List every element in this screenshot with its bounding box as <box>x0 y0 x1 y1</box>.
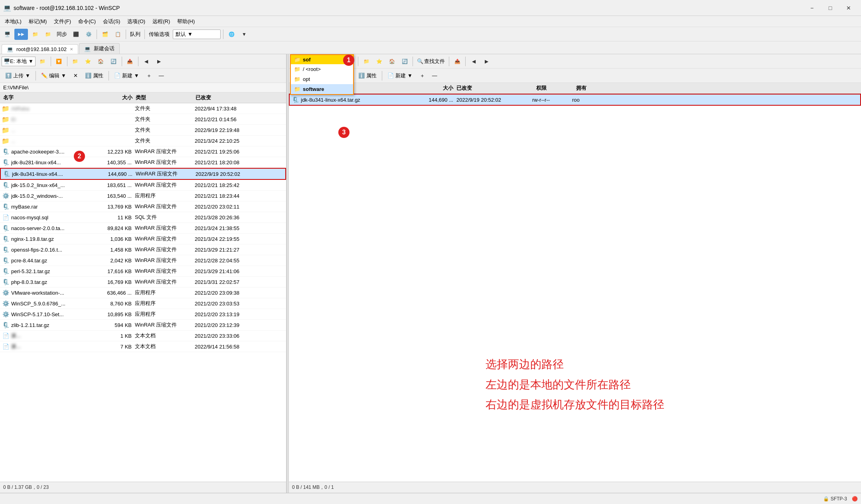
menu-help[interactable]: 帮助(H) <box>174 17 198 26</box>
transfer-label[interactable]: 传输选项 <box>147 30 171 39</box>
right-plus-btn[interactable]: ＋ <box>417 71 428 81</box>
table-row[interactable]: ⚙️ jdk-15.0.2_windows-... 163,540 ... 应用… <box>0 191 286 201</box>
left-edit-btn[interactable]: ✏️ 编辑 ▼ <box>38 71 69 81</box>
close-button[interactable]: ✕ <box>839 2 858 14</box>
table-row[interactable]: 📁 AliRaba 文件夹 2022/9/4 17:33:48 <box>0 103 286 114</box>
left-folder-btn[interactable]: 📁 <box>37 56 48 67</box>
table-row[interactable]: 🗜️ zlib-1.2.11.tar.gz 594 KB WinRAR 压缩文件… <box>0 320 286 331</box>
table-row[interactable]: ⚙️ WinSCP-5.17.10-Set... 10,895 KB 应用程序 … <box>0 309 286 320</box>
table-row[interactable]: 📄 派... 1 KB 文本文档 2021/2/20 23:33:06 <box>0 331 286 341</box>
table-row[interactable]: 🗜️ jdk-8u281-linux-x64... 140,355 ... Wi… <box>0 157 286 168</box>
toolbar-globe[interactable]: 🌐 <box>226 29 237 40</box>
left-bookmark[interactable]: ⭐ <box>83 56 94 67</box>
toolbar-btn-8[interactable]: 📋 <box>112 29 123 40</box>
left-refresh[interactable]: 🔄 <box>108 56 119 67</box>
toolbar-btn-3[interactable]: 📁 <box>30 29 41 40</box>
right-action-bar: 目录 ✏️ 编辑 ▼ ✕ ℹ️ 属性 📄 新建 ▼ ＋ <box>289 69 861 83</box>
left-minus-btn[interactable]: — <box>156 71 167 80</box>
left-plus-btn[interactable]: ＋ <box>144 71 154 81</box>
left-col-date[interactable]: 已改变 <box>196 94 286 101</box>
right-home[interactable]: 🏠 <box>386 56 397 67</box>
toolbar-btn-4[interactable]: 📁 <box>42 29 53 40</box>
right-properties-btn[interactable]: ℹ️ 属性 <box>355 71 379 81</box>
table-row[interactable]: 🗜️ apache-zookeeper-3.... 12,223 KB WinR… <box>0 146 286 157</box>
item-label-active: software <box>303 86 324 92</box>
file-name: jdk-8u341-linux-x64.... <box>12 171 92 177</box>
left-properties-btn[interactable]: ℹ️ 属性 <box>82 71 106 81</box>
left-home[interactable]: 🏠 <box>95 56 107 67</box>
tab-new-session[interactable]: 💻 新建会话 <box>79 43 120 54</box>
table-row[interactable]: 🗜️ jdk-8u341-linux-x64.... 144,690 ... W… <box>0 168 286 180</box>
left-delete-btn[interactable]: ✕ <box>71 71 81 80</box>
menu-remote[interactable]: 远程(R) <box>149 17 173 26</box>
menu-options[interactable]: 选项(O) <box>124 17 148 26</box>
file-name: nacos-server-2.0.0.ta... <box>11 225 91 231</box>
table-row[interactable]: 🗜️ jdk-8u341-linux-x64.tar.gz 144,690 ..… <box>289 94 861 106</box>
toolbar-btn-5[interactable]: ⬛ <box>70 29 81 40</box>
left-col-type[interactable]: 类型 <box>136 94 196 101</box>
table-row[interactable]: 🗜️ jdk-15.0.2_linux-x64_... 183,651 ... … <box>0 180 286 191</box>
menu-mark[interactable]: 标记(M) <box>26 17 50 26</box>
toolbar-btn-6[interactable]: ⚙️ <box>83 29 94 40</box>
right-share[interactable]: 📤 <box>452 56 463 67</box>
toolbar-btn-2[interactable]: ▶▶ <box>14 29 28 40</box>
table-row[interactable]: 📁 El 文件夹 2021/2/21 0:14:56 <box>0 114 286 125</box>
file-size: 12,223 KB <box>91 149 135 155</box>
left-share[interactable]: 📤 <box>124 56 136 67</box>
left-drive-dropdown[interactable]: 🖥️ E: 本地 ▼ <box>2 57 36 66</box>
dropdown-item-root[interactable]: 📁 / <root> <box>291 64 353 74</box>
left-filter-btn[interactable]: 🔽 <box>53 56 65 67</box>
right-col-size[interactable]: 大小 <box>409 85 456 92</box>
right-act-sep-2 <box>382 71 382 81</box>
left-col-size[interactable]: 大小 <box>88 94 136 101</box>
file-size: 2,042 KB <box>91 258 135 264</box>
table-row[interactable]: 📁 ... 文件夹 2021/3/24 22:10:25 <box>0 136 286 146</box>
right-new-btn[interactable]: 📄 新建 ▼ <box>385 71 415 81</box>
table-row[interactable]: ⚙️ WinSCP_5.9.0.6786_... 8,760 KB 应用程序 2… <box>0 298 286 309</box>
toolbar-globe-dropdown[interactable]: ▼ <box>239 29 250 40</box>
table-row[interactable]: 🗜️ php-8.0.3.tar.gz 16,769 KB WinRAR 压缩文… <box>0 277 286 287</box>
table-row[interactable]: 📄 派... 7 KB 文本文档 2022/9/14 21:56:58 <box>0 341 286 352</box>
table-row[interactable]: 📄 nacos-mysql.sql 11 KB SQL 文件 2021/3/28… <box>0 212 286 223</box>
menu-command[interactable]: 命令(C) <box>75 17 99 26</box>
maximize-button[interactable]: □ <box>821 2 839 14</box>
right-search[interactable]: 🔍 查找文件 <box>415 58 446 65</box>
right-col-owner[interactable]: 拥有 <box>576 85 861 92</box>
table-row[interactable]: 🗜️ openssl-fips-2.0.16.t... 1,458 KB Win… <box>0 244 286 255</box>
table-row[interactable]: 🗜️ nginx-1.19.8.tar.gz 1,036 KB WinRAR 压… <box>0 234 286 244</box>
right-col-perm[interactable]: 权限 <box>536 85 576 92</box>
right-col-date[interactable]: 已改变 <box>456 85 536 92</box>
tab-close-1[interactable]: ✕ <box>70 47 73 51</box>
left-new-folder[interactable]: 📁 <box>70 56 81 67</box>
table-row[interactable]: 🗜️ pcre-8.44.tar.gz 2,042 KB WinRAR 压缩文件… <box>0 255 286 266</box>
menu-local[interactable]: 本地(L) <box>2 17 25 26</box>
dropdown-item-opt[interactable]: 📁 opt <box>291 74 353 84</box>
left-file-list: 📁 AliRaba 文件夹 2022/9/4 17:33:48 📁 El 文件夹… <box>0 103 286 482</box>
menu-file[interactable]: 文件(F) <box>51 17 74 26</box>
right-minus-btn[interactable]: — <box>429 71 440 80</box>
right-back[interactable]: ◀ <box>468 56 479 67</box>
table-row[interactable]: 🗜️ perl-5.32.1.tar.gz 17,616 KB WinRAR 压… <box>0 266 286 277</box>
right-refresh[interactable]: 🔄 <box>399 56 410 67</box>
left-col-name[interactable]: 名字 <box>0 94 88 101</box>
right-forward[interactable]: ▶ <box>481 56 492 67</box>
table-row[interactable]: 📁 ... 文件夹 2022/9/19 22:19:48 <box>0 125 286 136</box>
tab-session-1[interactable]: 💻 root@192.168.10.102 ✕ <box>2 44 78 54</box>
table-row[interactable]: 🗜️ myBase.rar 13,769 KB WinRAR 压缩文件 2021… <box>0 201 286 212</box>
right-new-folder[interactable]: 📁 <box>361 56 372 67</box>
table-row[interactable]: ⚙️ VMware-workstation-... 636,466 ... 应用… <box>0 287 286 298</box>
minimize-button[interactable]: − <box>803 2 821 14</box>
left-back[interactable]: ◀ <box>141 56 152 67</box>
queue-label[interactable]: 队列 <box>128 30 142 39</box>
left-new-btn[interactable]: 📄 新建 ▼ <box>111 71 142 81</box>
left-forward[interactable]: ▶ <box>154 56 165 67</box>
transfer-dropdown[interactable]: 默认 ▼ <box>173 30 221 39</box>
dropdown-item-software[interactable]: 📁 software <box>291 84 353 94</box>
right-bookmark[interactable]: ⭐ <box>373 56 385 67</box>
left-upload-btn[interactable]: ⬆️ 上传 ▼ <box>2 71 33 81</box>
menu-session[interactable]: 会话(S) <box>100 17 123 26</box>
toolbar-btn-7[interactable]: 🗂️ <box>99 29 111 40</box>
toolbar-btn-1[interactable]: 🖥️ <box>2 29 13 40</box>
sync-label[interactable]: 同步 <box>55 30 69 39</box>
table-row[interactable]: 🗜️ nacos-server-2.0.0.ta... 89,824 KB Wi… <box>0 223 286 234</box>
